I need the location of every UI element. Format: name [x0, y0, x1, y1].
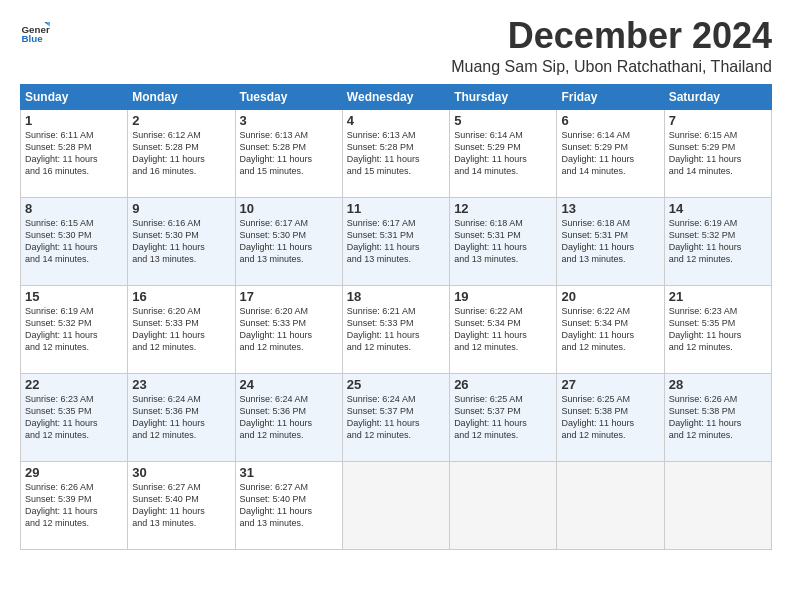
location-subtitle: Muang Sam Sip, Ubon Ratchathani, Thailan… [451, 58, 772, 76]
day-number: 12 [454, 201, 552, 216]
weekday-header-tuesday: Tuesday [235, 84, 342, 109]
day-info: Sunrise: 6:26 AMSunset: 5:38 PMDaylight:… [669, 393, 767, 442]
day-info: Sunrise: 6:24 AMSunset: 5:36 PMDaylight:… [240, 393, 338, 442]
day-info: Sunrise: 6:21 AMSunset: 5:33 PMDaylight:… [347, 305, 445, 354]
day-info: Sunrise: 6:20 AMSunset: 5:33 PMDaylight:… [240, 305, 338, 354]
day-number: 5 [454, 113, 552, 128]
day-number: 26 [454, 377, 552, 392]
day-number: 4 [347, 113, 445, 128]
day-info: Sunrise: 6:14 AMSunset: 5:29 PMDaylight:… [561, 129, 659, 178]
day-number: 3 [240, 113, 338, 128]
day-info: Sunrise: 6:18 AMSunset: 5:31 PMDaylight:… [454, 217, 552, 266]
day-info: Sunrise: 6:17 AMSunset: 5:30 PMDaylight:… [240, 217, 338, 266]
day-number: 2 [132, 113, 230, 128]
day-number: 24 [240, 377, 338, 392]
weekday-header-friday: Friday [557, 84, 664, 109]
calendar-day: 10Sunrise: 6:17 AMSunset: 5:30 PMDayligh… [235, 197, 342, 285]
calendar-day: 20Sunrise: 6:22 AMSunset: 5:34 PMDayligh… [557, 285, 664, 373]
calendar-day: 6Sunrise: 6:14 AMSunset: 5:29 PMDaylight… [557, 109, 664, 197]
day-number: 19 [454, 289, 552, 304]
calendar-day: 9Sunrise: 6:16 AMSunset: 5:30 PMDaylight… [128, 197, 235, 285]
title-block: December 2024 Muang Sam Sip, Ubon Ratcha… [451, 16, 772, 76]
calendar-day: 15Sunrise: 6:19 AMSunset: 5:32 PMDayligh… [21, 285, 128, 373]
day-number: 29 [25, 465, 123, 480]
calendar-day: 3Sunrise: 6:13 AMSunset: 5:28 PMDaylight… [235, 109, 342, 197]
calendar-week-2: 8Sunrise: 6:15 AMSunset: 5:30 PMDaylight… [21, 197, 772, 285]
day-info: Sunrise: 6:25 AMSunset: 5:37 PMDaylight:… [454, 393, 552, 442]
calendar-day: 30Sunrise: 6:27 AMSunset: 5:40 PMDayligh… [128, 461, 235, 549]
logo: General Blue [20, 16, 50, 46]
calendar-day [664, 461, 771, 549]
calendar-week-1: 1Sunrise: 6:11 AMSunset: 5:28 PMDaylight… [21, 109, 772, 197]
day-number: 1 [25, 113, 123, 128]
calendar-day: 17Sunrise: 6:20 AMSunset: 5:33 PMDayligh… [235, 285, 342, 373]
day-number: 9 [132, 201, 230, 216]
day-info: Sunrise: 6:15 AMSunset: 5:30 PMDaylight:… [25, 217, 123, 266]
day-info: Sunrise: 6:24 AMSunset: 5:37 PMDaylight:… [347, 393, 445, 442]
calendar-day: 31Sunrise: 6:27 AMSunset: 5:40 PMDayligh… [235, 461, 342, 549]
calendar-table: SundayMondayTuesdayWednesdayThursdayFrid… [20, 84, 772, 550]
day-number: 22 [25, 377, 123, 392]
day-info: Sunrise: 6:15 AMSunset: 5:29 PMDaylight:… [669, 129, 767, 178]
day-info: Sunrise: 6:20 AMSunset: 5:33 PMDaylight:… [132, 305, 230, 354]
calendar-day: 28Sunrise: 6:26 AMSunset: 5:38 PMDayligh… [664, 373, 771, 461]
calendar-day [557, 461, 664, 549]
day-number: 27 [561, 377, 659, 392]
calendar-day: 1Sunrise: 6:11 AMSunset: 5:28 PMDaylight… [21, 109, 128, 197]
day-info: Sunrise: 6:13 AMSunset: 5:28 PMDaylight:… [347, 129, 445, 178]
day-info: Sunrise: 6:11 AMSunset: 5:28 PMDaylight:… [25, 129, 123, 178]
calendar-week-4: 22Sunrise: 6:23 AMSunset: 5:35 PMDayligh… [21, 373, 772, 461]
calendar-day: 4Sunrise: 6:13 AMSunset: 5:28 PMDaylight… [342, 109, 449, 197]
day-info: Sunrise: 6:18 AMSunset: 5:31 PMDaylight:… [561, 217, 659, 266]
calendar-day: 11Sunrise: 6:17 AMSunset: 5:31 PMDayligh… [342, 197, 449, 285]
weekday-header-wednesday: Wednesday [342, 84, 449, 109]
calendar-week-5: 29Sunrise: 6:26 AMSunset: 5:39 PMDayligh… [21, 461, 772, 549]
day-number: 15 [25, 289, 123, 304]
calendar-day: 22Sunrise: 6:23 AMSunset: 5:35 PMDayligh… [21, 373, 128, 461]
calendar-header-row: SundayMondayTuesdayWednesdayThursdayFrid… [21, 84, 772, 109]
calendar-day: 29Sunrise: 6:26 AMSunset: 5:39 PMDayligh… [21, 461, 128, 549]
day-info: Sunrise: 6:22 AMSunset: 5:34 PMDaylight:… [561, 305, 659, 354]
weekday-header-monday: Monday [128, 84, 235, 109]
day-info: Sunrise: 6:26 AMSunset: 5:39 PMDaylight:… [25, 481, 123, 530]
calendar-week-3: 15Sunrise: 6:19 AMSunset: 5:32 PMDayligh… [21, 285, 772, 373]
calendar-day: 8Sunrise: 6:15 AMSunset: 5:30 PMDaylight… [21, 197, 128, 285]
day-info: Sunrise: 6:16 AMSunset: 5:30 PMDaylight:… [132, 217, 230, 266]
day-number: 14 [669, 201, 767, 216]
calendar-day: 19Sunrise: 6:22 AMSunset: 5:34 PMDayligh… [450, 285, 557, 373]
calendar-day: 2Sunrise: 6:12 AMSunset: 5:28 PMDaylight… [128, 109, 235, 197]
calendar-day: 27Sunrise: 6:25 AMSunset: 5:38 PMDayligh… [557, 373, 664, 461]
day-number: 25 [347, 377, 445, 392]
day-number: 8 [25, 201, 123, 216]
day-number: 21 [669, 289, 767, 304]
day-number: 20 [561, 289, 659, 304]
calendar-day: 16Sunrise: 6:20 AMSunset: 5:33 PMDayligh… [128, 285, 235, 373]
calendar-day: 14Sunrise: 6:19 AMSunset: 5:32 PMDayligh… [664, 197, 771, 285]
calendar-day: 5Sunrise: 6:14 AMSunset: 5:29 PMDaylight… [450, 109, 557, 197]
calendar-day: 12Sunrise: 6:18 AMSunset: 5:31 PMDayligh… [450, 197, 557, 285]
day-info: Sunrise: 6:22 AMSunset: 5:34 PMDaylight:… [454, 305, 552, 354]
calendar-day [342, 461, 449, 549]
day-info: Sunrise: 6:19 AMSunset: 5:32 PMDaylight:… [669, 217, 767, 266]
day-number: 11 [347, 201, 445, 216]
calendar-day: 13Sunrise: 6:18 AMSunset: 5:31 PMDayligh… [557, 197, 664, 285]
month-title: December 2024 [451, 16, 772, 56]
weekday-header-saturday: Saturday [664, 84, 771, 109]
day-number: 6 [561, 113, 659, 128]
day-info: Sunrise: 6:27 AMSunset: 5:40 PMDaylight:… [240, 481, 338, 530]
page-header: General Blue December 2024 Muang Sam Sip… [20, 16, 772, 76]
day-number: 16 [132, 289, 230, 304]
day-info: Sunrise: 6:14 AMSunset: 5:29 PMDaylight:… [454, 129, 552, 178]
calendar-day: 21Sunrise: 6:23 AMSunset: 5:35 PMDayligh… [664, 285, 771, 373]
calendar-day: 23Sunrise: 6:24 AMSunset: 5:36 PMDayligh… [128, 373, 235, 461]
day-number: 23 [132, 377, 230, 392]
day-number: 31 [240, 465, 338, 480]
calendar-day: 18Sunrise: 6:21 AMSunset: 5:33 PMDayligh… [342, 285, 449, 373]
calendar-day: 26Sunrise: 6:25 AMSunset: 5:37 PMDayligh… [450, 373, 557, 461]
day-number: 30 [132, 465, 230, 480]
calendar-day [450, 461, 557, 549]
day-info: Sunrise: 6:12 AMSunset: 5:28 PMDaylight:… [132, 129, 230, 178]
day-info: Sunrise: 6:23 AMSunset: 5:35 PMDaylight:… [25, 393, 123, 442]
day-number: 13 [561, 201, 659, 216]
day-info: Sunrise: 6:24 AMSunset: 5:36 PMDaylight:… [132, 393, 230, 442]
